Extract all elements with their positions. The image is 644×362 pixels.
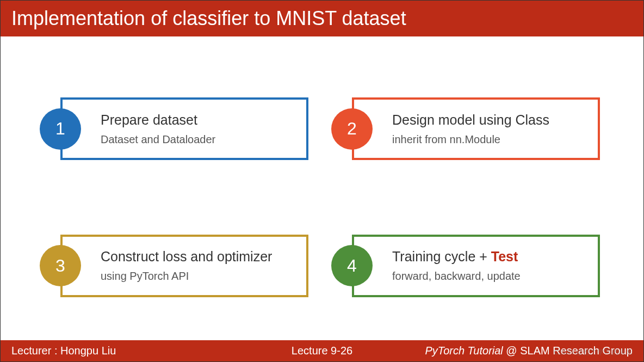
step-1-number-circle: 1 [40, 108, 81, 150]
step-2: 2 Design model using Class inherit from … [336, 97, 600, 160]
step-4-box: Training cycle + Test forward, backward,… [352, 235, 600, 297]
step-4-title-prefix: Training cycle + [392, 249, 491, 264]
step-1: 1 Prepare dataset Dataset and Dataloader [44, 97, 308, 160]
slide-content: 1 Prepare dataset Dataset and Dataloader… [1, 47, 643, 337]
footer-tutorial-italic: PyTorch Tutorial [425, 345, 503, 357]
footer-lecturer: Lecturer : Hongpu Liu [11, 345, 116, 357]
step-3-subtitle: using PyTorch API [101, 270, 295, 283]
slide-title-bar: Implementation of classifier to MNIST da… [1, 1, 643, 36]
step-3-number: 3 [55, 256, 65, 276]
step-4-title-highlight: Test [491, 249, 518, 264]
step-4: 4 Training cycle + Test forward, backwar… [336, 235, 600, 297]
step-3: 3 Construct loss and optimizer using PyT… [44, 235, 308, 297]
watermark: CSDN @努力学习的未来 [554, 347, 633, 357]
step-4-number: 4 [347, 256, 357, 276]
step-1-subtitle: Dataset and Dataloader [101, 133, 295, 146]
footer-lecture-number: Lecture 9-26 [292, 345, 352, 357]
step-1-number: 1 [55, 119, 65, 139]
step-4-title: Training cycle + Test [392, 249, 587, 265]
step-1-title: Prepare dataset [101, 112, 295, 128]
step-3-title: Construct loss and optimizer [101, 249, 295, 265]
step-3-box: Construct loss and optimizer using PyTor… [60, 235, 308, 297]
step-2-number-circle: 2 [331, 108, 373, 150]
step-1-box: Prepare dataset Dataset and Dataloader [60, 97, 308, 160]
step-2-number: 2 [347, 119, 357, 139]
step-4-subtitle: forward, backward, update [392, 270, 587, 283]
slide-title: Implementation of classifier to MNIST da… [11, 7, 406, 29]
slide-footer: Lecturer : Hongpu Liu Lecture 9-26 PyTor… [1, 340, 643, 361]
step-2-title: Design model using Class [392, 112, 587, 128]
step-2-box: Design model using Class inherit from nn… [352, 97, 600, 160]
step-3-number-circle: 3 [40, 245, 81, 286]
step-2-subtitle: inherit from nn.Module [392, 133, 587, 146]
step-4-number-circle: 4 [331, 245, 373, 286]
